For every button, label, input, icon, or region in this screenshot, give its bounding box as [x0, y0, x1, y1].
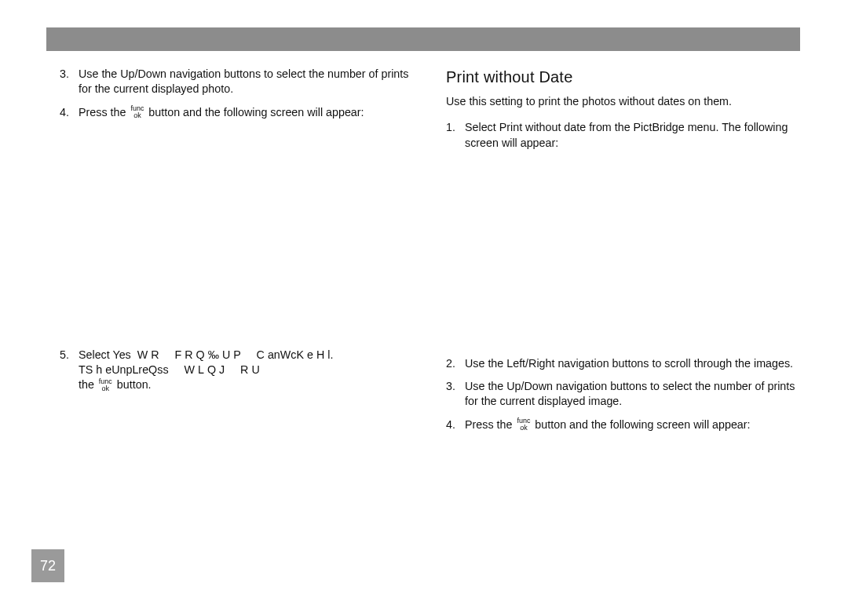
func-ok-icon: funcok	[517, 417, 530, 432]
step-number: 4.	[60, 105, 79, 120]
page-number-tab: 72	[31, 549, 64, 582]
func-ok-icon: funcok	[99, 378, 112, 392]
step-number: 5.	[60, 348, 79, 393]
screenshot-placeholder	[60, 128, 421, 348]
step-text: Use the Up/Down navigation buttons to se…	[79, 67, 421, 97]
text-prefix: Press the	[465, 418, 515, 431]
step-2-right: 2. Use the Left/Right navigation buttons…	[446, 356, 807, 371]
manual-page: 72 3. Use the Up/Down navigation buttons…	[0, 0, 848, 616]
func-ok-icon: funcok	[130, 105, 144, 119]
step-text: Use the Left/Right navigation buttons to…	[465, 356, 807, 371]
step-3-left: 3. Use the Up/Down navigation buttons to…	[60, 67, 421, 97]
step-text: Select Print without date from the PictB…	[465, 120, 807, 151]
text-suffix: button and the following screen will app…	[532, 418, 750, 431]
step-number: 1.	[446, 120, 465, 151]
step-number: 3.	[446, 379, 465, 410]
step-text: Select Yes WR FRQ‰UP CanWcKeHl. TSheUnpL…	[79, 348, 421, 393]
step-text: Press the funcok button and the followin…	[465, 417, 807, 432]
step-1-right: 1. Select Print without date from the Pi…	[446, 120, 807, 151]
header-bar	[46, 27, 800, 51]
step-3-right: 3. Use the Up/Down navigation buttons to…	[446, 379, 807, 410]
screenshot-placeholder	[446, 159, 807, 356]
step-number: 3.	[60, 67, 79, 97]
text-suffix: button and the following screen will app…	[145, 106, 364, 118]
step-5-left: 5. Select Yes WR FRQ‰UP CanWcKeHl. TSheU…	[60, 348, 421, 393]
step-number: 2.	[446, 356, 465, 371]
step-4-right: 4. Press the funcok button and the follo…	[446, 417, 807, 432]
right-column: Print without Date Use this setting to p…	[446, 67, 807, 440]
step-text: Use the Up/Down navigation buttons to se…	[465, 379, 807, 410]
text-prefix: Press the	[79, 106, 129, 118]
step-4-left: 4. Press the funcok button and the follo…	[60, 105, 421, 120]
step-number: 4.	[446, 417, 465, 432]
step-text: Press the funcok button and the followin…	[79, 105, 421, 120]
section-intro: Use this setting to print the photos wit…	[446, 94, 807, 109]
left-column: 3. Use the Up/Down navigation buttons to…	[60, 67, 421, 401]
page-number: 72	[40, 558, 56, 574]
section-heading: Print without Date	[446, 67, 807, 88]
